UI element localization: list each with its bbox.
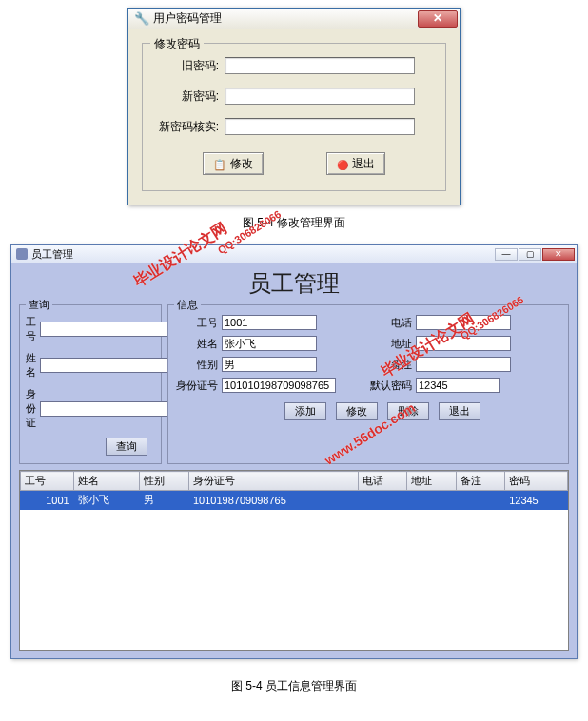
- new-password-label: 新密码:: [152, 88, 225, 105]
- info-panel: 信息 工号 电话 姓名: [167, 304, 569, 464]
- info-gender-label: 性别: [174, 358, 222, 372]
- modify-button[interactable]: 修改: [203, 152, 264, 175]
- minimize-icon[interactable]: —: [495, 248, 518, 261]
- titlebar: 🔧 用户密码管理 ✕: [128, 9, 460, 29]
- figure-caption-1: 图 5-4 修改管理界面: [4, 215, 584, 231]
- data-grid[interactable]: 工号 姓名 性别 身份证号 电话 地址 备注 密码 1001 张小飞 男: [19, 470, 569, 651]
- info-remark-label: 备注: [368, 358, 416, 372]
- modify-button[interactable]: 修改: [336, 402, 378, 420]
- query-name-input[interactable]: [40, 358, 177, 373]
- info-panel-title: 信息: [174, 298, 201, 312]
- close-icon[interactable]: ✕: [418, 10, 458, 28]
- new-password-input[interactable]: [225, 88, 415, 105]
- confirm-password-input[interactable]: [225, 118, 415, 135]
- query-panel-title: 查询: [26, 298, 52, 312]
- copy-icon: [213, 158, 226, 171]
- col-gender[interactable]: 性别: [140, 472, 189, 491]
- query-button[interactable]: 查询: [106, 438, 147, 456]
- employee-dialog: 员工管理 — ▢ ✕ 员工管理 查询 工号 姓名: [10, 244, 578, 659]
- exit-button[interactable]: 退出: [326, 152, 385, 175]
- info-phone-input[interactable]: [416, 315, 511, 330]
- col-id[interactable]: 工号: [21, 472, 74, 491]
- info-addr-input[interactable]: [416, 336, 511, 351]
- figure-caption-2: 图 5-4 员工信息管理界面: [4, 678, 584, 694]
- group-title: 修改密码: [150, 36, 204, 52]
- delete-button[interactable]: 删除: [387, 402, 429, 420]
- query-panel: 查询 工号 姓名 身份证 查询: [19, 304, 162, 464]
- info-idcard-input[interactable]: [222, 378, 336, 393]
- info-idcard-label: 身份证号: [174, 379, 222, 393]
- confirm-password-label: 新密码核实:: [152, 119, 225, 135]
- query-id-input[interactable]: [40, 322, 177, 337]
- exit-button[interactable]: 退出: [439, 402, 480, 420]
- col-name[interactable]: 姓名: [73, 472, 140, 491]
- query-id-label: 工号: [26, 315, 40, 343]
- change-password-group: 修改密码 旧密码: 新密码: 新密码核实: 修改: [142, 43, 446, 191]
- col-phone[interactable]: 电话: [358, 472, 407, 491]
- info-name-input[interactable]: [222, 336, 317, 351]
- app-icon: [16, 248, 28, 260]
- table-row[interactable]: 1001 张小飞 男 1010198709098765 12345: [21, 491, 568, 510]
- close-icon[interactable]: ✕: [542, 248, 575, 261]
- info-gender-input[interactable]: [222, 357, 317, 372]
- info-pwd-label: 默认密码: [368, 379, 416, 393]
- window-title: 员工管理: [31, 247, 73, 262]
- info-phone-label: 电话: [368, 316, 416, 330]
- info-addr-label: 地址: [368, 337, 416, 351]
- old-password-label: 旧密码:: [152, 58, 225, 74]
- info-remark-input[interactable]: [416, 357, 511, 372]
- query-idcard-input[interactable]: [40, 401, 177, 417]
- app-icon: 🔧: [134, 11, 149, 27]
- maximize-icon[interactable]: ▢: [519, 248, 541, 261]
- old-password-input[interactable]: [225, 57, 415, 74]
- window-title: 用户密码管理: [153, 10, 222, 27]
- col-remark[interactable]: 备注: [456, 472, 505, 491]
- exit-icon: [337, 158, 348, 171]
- password-dialog: 🔧 用户密码管理 ✕ 修改密码 旧密码: 新密码: 新密码核实:: [127, 8, 461, 205]
- titlebar: 员工管理 — ▢ ✕: [11, 245, 577, 263]
- info-name-label: 姓名: [174, 337, 222, 351]
- info-id-input[interactable]: [222, 315, 317, 330]
- add-button[interactable]: 添加: [284, 402, 326, 420]
- info-pwd-input[interactable]: [416, 378, 500, 393]
- query-name-label: 姓名: [26, 351, 40, 380]
- page-heading: 员工管理: [19, 266, 569, 304]
- info-id-label: 工号: [174, 316, 222, 330]
- query-idcard-label: 身份证: [26, 387, 40, 430]
- col-idcard[interactable]: 身份证号: [188, 472, 358, 491]
- col-addr[interactable]: 地址: [407, 472, 457, 491]
- col-pwd[interactable]: 密码: [505, 472, 568, 491]
